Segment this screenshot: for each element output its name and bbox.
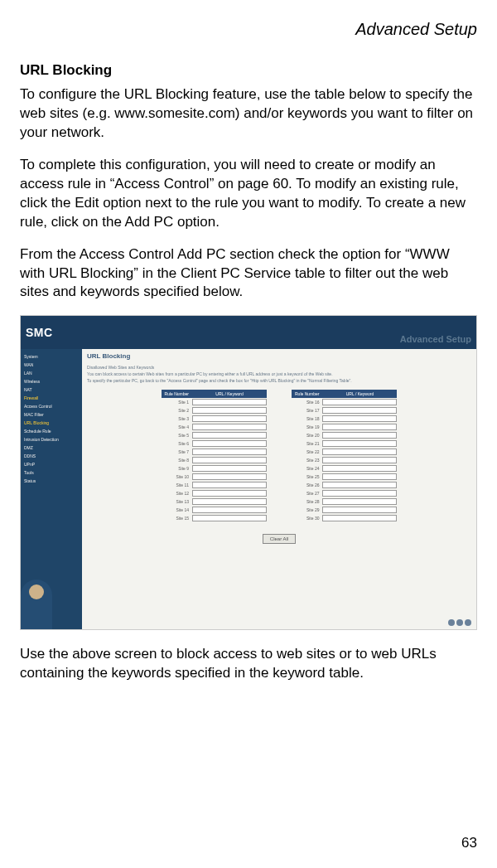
sidebar-item[interactable]: Status	[21, 477, 82, 485]
row-label: Site 19	[292, 423, 322, 431]
row-label: Site 8	[162, 456, 192, 464]
row-label: Site 2	[162, 406, 192, 415]
url-input[interactable]	[322, 432, 397, 439]
paragraph-4: Use the above screen to block access to …	[20, 645, 477, 683]
url-input[interactable]	[192, 407, 267, 414]
url-input[interactable]	[322, 490, 397, 497]
ss-dots	[448, 619, 471, 626]
section-title: URL Blocking	[20, 62, 477, 79]
url-input[interactable]	[192, 490, 267, 497]
ss-button-row: Clear All	[87, 529, 471, 544]
paragraph-1: To configure the URL Blocking feature, u…	[20, 85, 477, 143]
row-label: Site 14	[162, 506, 192, 514]
url-table-right: Rule NumberURL / Keyword Site 16 Site 17…	[292, 390, 397, 522]
col-url: URL / Keyword	[322, 390, 397, 398]
row-label: Site 26	[292, 481, 322, 489]
row-label: Site 30	[292, 514, 322, 522]
ss-logo: SMC	[26, 326, 53, 339]
sidebar-item[interactable]: NAT	[21, 386, 82, 394]
url-input[interactable]	[322, 440, 397, 447]
sidebar-item[interactable]: Access Control	[21, 402, 82, 410]
ss-main: URL Blocking Disallowed Web Sites and Ke…	[82, 349, 476, 629]
page-header: Advanced Setup	[20, 20, 477, 39]
url-input[interactable]	[192, 440, 267, 447]
sidebar-item[interactable]: Intrusion Detection	[21, 435, 82, 444]
row-label: Site 24	[292, 464, 322, 473]
url-input[interactable]	[322, 498, 397, 505]
row-label: Site 29	[292, 506, 322, 514]
row-label: Site 7	[162, 448, 192, 456]
sidebar-item[interactable]: LAN	[21, 369, 82, 377]
url-input[interactable]	[322, 465, 397, 472]
ss-topbar: SMC Advanced Setup	[21, 316, 476, 349]
clear-all-button[interactable]: Clear All	[263, 534, 296, 544]
router-screenshot: SMC Advanced Setup System WAN LAN Wirele…	[20, 315, 477, 630]
url-input[interactable]	[192, 515, 267, 521]
sidebar-item-active[interactable]: URL Blocking	[21, 419, 82, 427]
url-input[interactable]	[192, 415, 267, 422]
url-input[interactable]	[322, 449, 397, 455]
url-input[interactable]	[192, 498, 267, 505]
row-label: Site 27	[292, 489, 322, 497]
ss-badge: Advanced Setup	[400, 334, 471, 344]
ss-table-wrap: Rule NumberURL / Keyword Site 1 Site 2 S…	[87, 390, 471, 522]
sidebar-item[interactable]: UPnP	[21, 460, 82, 468]
row-label: Site 25	[292, 473, 322, 481]
col-url: URL / Keyword	[192, 390, 267, 398]
url-input[interactable]	[322, 407, 397, 414]
row-label: Site 4	[162, 423, 192, 431]
sidebar-item[interactable]: System	[21, 352, 82, 361]
dot-icon	[448, 619, 455, 626]
url-input[interactable]	[322, 399, 397, 405]
row-label: Site 1	[162, 398, 192, 406]
url-input[interactable]	[192, 399, 267, 405]
url-input[interactable]	[322, 457, 397, 463]
url-input[interactable]	[322, 424, 397, 430]
row-label: Site 11	[162, 481, 192, 489]
row-label: Site 10	[162, 473, 192, 481]
row-label: Site 28	[292, 497, 322, 506]
url-table-left: Rule NumberURL / Keyword Site 1 Site 2 S…	[162, 390, 267, 522]
ss-sidebar: System WAN LAN Wireless NAT Firewall Acc…	[21, 349, 82, 629]
url-input[interactable]	[322, 507, 397, 513]
url-input[interactable]	[322, 415, 397, 422]
ss-panel-sub: To specify the particular PC, go back to…	[87, 378, 471, 383]
sidebar-item[interactable]: MAC Filter	[21, 410, 82, 419]
sidebar-item[interactable]: WAN	[21, 361, 82, 369]
url-input[interactable]	[192, 432, 267, 439]
page-number: 63	[461, 835, 477, 851]
row-label: Site 12	[162, 489, 192, 497]
col-rule: Rule Number	[292, 390, 322, 398]
url-input[interactable]	[192, 473, 267, 480]
col-rule: Rule Number	[162, 390, 192, 398]
url-input[interactable]	[322, 473, 397, 480]
sidebar-item[interactable]: Tools	[21, 468, 82, 477]
row-label: Site 13	[162, 497, 192, 506]
sidebar-item[interactable]: Schedule Rule	[21, 427, 82, 435]
paragraph-3: From the Access Control Add PC section c…	[20, 245, 477, 303]
row-label: Site 20	[292, 431, 322, 439]
row-label: Site 6	[162, 439, 192, 448]
url-input[interactable]	[192, 507, 267, 513]
sidebar-item[interactable]: DMZ	[21, 444, 82, 452]
dot-icon	[465, 619, 471, 626]
dot-icon	[456, 619, 463, 626]
url-input[interactable]	[322, 482, 397, 488]
url-input[interactable]	[192, 457, 267, 463]
ss-panel-title: URL Blocking	[87, 352, 471, 360]
url-input[interactable]	[192, 449, 267, 455]
url-input[interactable]	[192, 465, 267, 472]
row-label: Site 23	[292, 456, 322, 464]
row-label: Site 15	[162, 514, 192, 522]
row-label: Site 21	[292, 439, 322, 448]
url-input[interactable]	[322, 515, 397, 521]
row-label: Site 22	[292, 448, 322, 456]
row-label: Site 17	[292, 406, 322, 415]
sidebar-item[interactable]: Wireless	[21, 377, 82, 386]
url-input[interactable]	[192, 424, 267, 430]
paragraph-2: To complete this configuration, you will…	[20, 156, 477, 232]
sidebar-item[interactable]: Firewall	[21, 394, 82, 402]
row-label: Site 16	[292, 398, 322, 406]
url-input[interactable]	[192, 482, 267, 488]
sidebar-item[interactable]: DDNS	[21, 452, 82, 460]
